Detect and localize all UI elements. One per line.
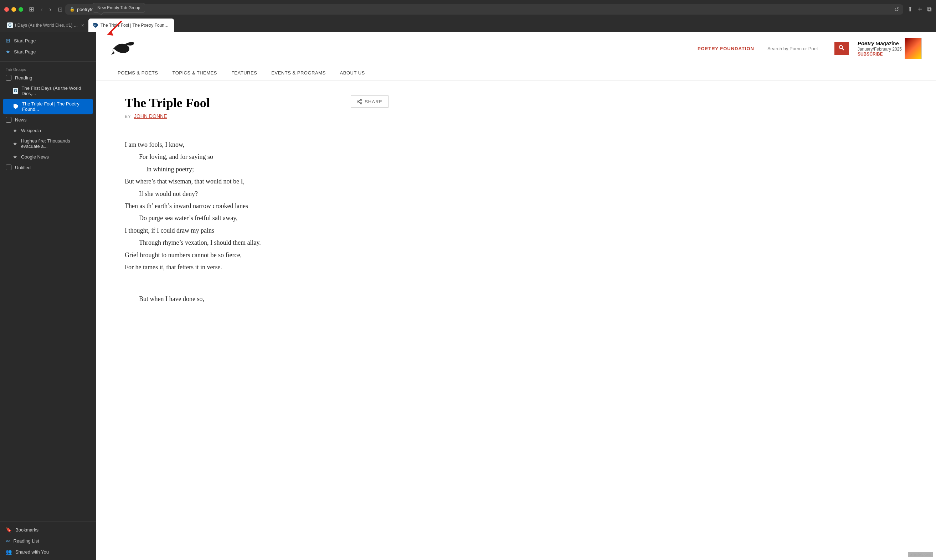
sidebar-item-google-news[interactable]: ★ Google News bbox=[0, 151, 96, 162]
nav-item-events[interactable]: EVENTS & PROGRAMS bbox=[264, 65, 333, 80]
poem-line-6: Do purge sea water’s fretful salt away, bbox=[125, 212, 389, 224]
svg-line-8 bbox=[359, 100, 360, 101]
sidebar-item-poetry-foundation[interactable]: The Triple Fool | The Poetry Found... bbox=[3, 98, 93, 114]
address-bar[interactable]: 🔒 poetryfoundation.org ↺ bbox=[65, 4, 903, 15]
sidebar-item-reading-list[interactable]: ∞ Reading List bbox=[0, 535, 96, 546]
nav-link-topics-themes[interactable]: TOPICS & THEMES bbox=[165, 65, 224, 80]
tab-group-tooltip-text: New Empty Tab Group bbox=[97, 5, 140, 10]
site-nav: POEMS & POETS TOPICS & THEMES FEATURES E… bbox=[96, 65, 936, 81]
nav-item-topics-themes[interactable]: TOPICS & THEMES bbox=[165, 65, 224, 80]
sidebar-label-shared: Shared with You bbox=[15, 549, 49, 555]
sidebar-group-news[interactable]: News bbox=[0, 114, 96, 125]
nav-link-events[interactable]: EVENTS & PROGRAMS bbox=[264, 65, 333, 80]
nav-link-poems-poets[interactable]: POEMS & POETS bbox=[111, 65, 165, 80]
sidebar-group-reading-label: Reading bbox=[15, 75, 32, 80]
search-box[interactable] bbox=[763, 42, 849, 55]
nav-arrows: ‹ › bbox=[39, 5, 54, 14]
poem-line-2: In whining poetry; bbox=[125, 163, 389, 175]
poem-author-link[interactable]: JOHN DONNE bbox=[134, 113, 167, 119]
sidebar-group-news-label: News bbox=[15, 117, 27, 123]
poem-line-3: But where’s that wiseman, that would not… bbox=[125, 175, 389, 187]
toolbar-actions: ⬆ + ⧉ bbox=[907, 5, 932, 14]
poem-line-9: Grief brought to numbers cannot be so fi… bbox=[125, 249, 389, 261]
shared-icon: 👥 bbox=[6, 549, 12, 555]
poem-title-area: The Triple Fool BY JOHN DONNE bbox=[125, 95, 210, 131]
sidebar-item-shared[interactable]: 👥 Shared with You bbox=[0, 546, 96, 557]
magazine-text: Poetry Magazine January/February 2025 SU… bbox=[857, 40, 902, 57]
window-controls bbox=[4, 7, 23, 12]
tab-goodreads[interactable]: G t Days (As the World Dies, #1) by Rhia… bbox=[3, 18, 88, 32]
bookmarks-icon: 🔖 bbox=[6, 527, 12, 532]
new-tab-button[interactable]: + bbox=[918, 5, 922, 14]
nav-link-features[interactable]: FEATURES bbox=[224, 65, 264, 80]
poem-header: The Triple Fool BY JOHN DONNE SHARE bbox=[125, 95, 389, 131]
sidebar-bottom: 🔖 Bookmarks ∞ Reading List 👥 Shared with… bbox=[0, 521, 96, 560]
sidebar-divider-1 bbox=[0, 61, 96, 62]
magazine-thumbnail[interactable] bbox=[905, 38, 922, 59]
poem-line-12: But when I have done so, bbox=[125, 293, 389, 305]
sidebar-item-wikipedia[interactable]: ★ Wikipedia bbox=[0, 125, 96, 136]
nav-item-poems-poets[interactable]: POEMS & POETS bbox=[111, 65, 165, 80]
poem-line-7: I thought, if I could draw my pains bbox=[125, 225, 389, 236]
poem-line-10: For he tames it, that fetters it in vers… bbox=[125, 262, 389, 273]
tab-group-icon-news bbox=[6, 117, 11, 123]
reload-button[interactable]: ↺ bbox=[894, 6, 899, 13]
reading-list-icon: ∞ bbox=[6, 538, 9, 544]
poem-author-line: BY JOHN DONNE bbox=[125, 113, 210, 119]
tab-close-goodreads[interactable]: × bbox=[81, 22, 84, 28]
annotely-badge: annotely.com bbox=[908, 552, 933, 557]
nav-item-about[interactable]: ABOUT US bbox=[333, 65, 372, 80]
poem-line-8: Through rhyme’s vexation, I should them … bbox=[125, 237, 389, 248]
sidebar-item-goodreads[interactable]: G The First Days (As the World Dies,... bbox=[0, 83, 96, 98]
sidebar-item-bookmarks[interactable]: 🔖 Bookmarks bbox=[0, 525, 96, 535]
magazine-date: January/February 2025 bbox=[857, 47, 902, 52]
sidebar-item-start-page-1[interactable]: ⊞ Start Page bbox=[0, 35, 96, 46]
sidebar-group-untitled[interactable]: Untitled bbox=[0, 162, 96, 173]
poem-line-0: I am two fools, I know, bbox=[125, 139, 389, 150]
sidebar-item-start-page-2[interactable]: ★ Start Page bbox=[0, 46, 96, 57]
svg-point-7 bbox=[360, 103, 362, 104]
sidebar-start-section: ⊞ Start Page ★ Start Page bbox=[0, 32, 96, 60]
tabs-overview-button[interactable]: ⧉ bbox=[927, 6, 932, 13]
star-icon-start: ★ bbox=[6, 49, 10, 54]
sidebar-label-poetry-foundation: The Triple Fool | The Poetry Found... bbox=[22, 101, 90, 112]
sidebar-group-reading[interactable]: Reading bbox=[0, 72, 96, 83]
tab-group-tooltip: New Empty Tab Group bbox=[93, 3, 145, 13]
svg-text:P: P bbox=[94, 24, 96, 27]
share-label: SHARE bbox=[365, 99, 382, 105]
magazine-promo: Poetry Magazine January/February 2025 SU… bbox=[857, 38, 922, 59]
sidebar-toggle-button[interactable]: ⊞ bbox=[29, 5, 34, 13]
maximize-window-button[interactable] bbox=[19, 7, 23, 12]
star-icon-hughes: ★ bbox=[13, 141, 17, 146]
nav-item-features[interactable]: FEATURES bbox=[224, 65, 264, 80]
sidebar-label-reading-list: Reading List bbox=[13, 538, 39, 544]
magazine-subscribe-link[interactable]: SUBSCRIBE bbox=[857, 52, 902, 57]
sidebar-item-hughes-fire[interactable]: ★ Hughes fire: Thousands evacuate a... bbox=[0, 136, 96, 151]
tab-favicon-poetry: P bbox=[93, 22, 99, 28]
svg-line-4 bbox=[842, 48, 843, 50]
poem-line-1: For loving, and for saying so bbox=[125, 151, 389, 162]
sidebar: ⊞ Start Page ★ Start Page Tab Groups Rea… bbox=[0, 32, 96, 560]
sidebar-label-wikipedia: Wikipedia bbox=[21, 128, 41, 133]
back-button[interactable]: ‹ bbox=[39, 5, 45, 14]
sidebar-label-start-page-2: Start Page bbox=[14, 49, 35, 54]
close-window-button[interactable] bbox=[4, 7, 9, 12]
tab-title-goodreads: t Days (As the World Dies, #1) by Rhiann… bbox=[15, 23, 79, 28]
minimize-window-button[interactable] bbox=[11, 7, 16, 12]
search-submit-button[interactable] bbox=[834, 42, 849, 55]
star-icon-google-news: ★ bbox=[13, 154, 17, 160]
site-header: POETRY FOUNDATION Poetry Magazine bbox=[96, 32, 936, 65]
sidebar-label-goodreads: The First Days (As the World Dies,... bbox=[22, 86, 90, 96]
tab-poetry[interactable]: P The Triple Fool | The Poetry Found... bbox=[88, 18, 174, 32]
share-icon bbox=[357, 98, 362, 105]
reader-mode-button[interactable]: ⊡ bbox=[58, 6, 62, 13]
svg-point-6 bbox=[357, 101, 359, 102]
search-input[interactable] bbox=[763, 43, 834, 54]
site-logo[interactable] bbox=[111, 39, 136, 58]
forward-button[interactable]: › bbox=[47, 5, 54, 14]
share-button[interactable]: ⬆ bbox=[907, 5, 913, 13]
share-button[interactable]: SHARE bbox=[351, 95, 389, 108]
nav-link-about[interactable]: ABOUT US bbox=[333, 65, 372, 80]
poem-line-5: Then as th’ earth’s inward narrow crooke… bbox=[125, 200, 389, 212]
tab-favicon-goodreads: G bbox=[7, 22, 13, 28]
